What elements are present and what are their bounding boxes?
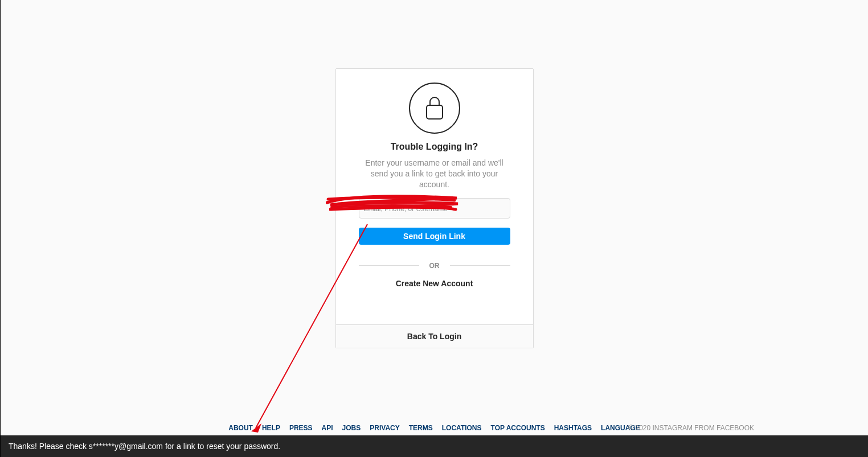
login-help-card: Trouble Logging In? Enter your username …	[335, 68, 534, 348]
footer-link-jobs[interactable]: JOBS	[342, 424, 361, 432]
or-divider: OR	[359, 262, 510, 270]
footer-link-locations[interactable]: LOCATIONS	[442, 424, 482, 432]
footer: ABOUT HELP PRESS API JOBS PRIVACY TERMS …	[1, 421, 868, 435]
footer-link-top-accounts[interactable]: TOP ACCOUNTS	[491, 424, 545, 432]
toast-notification: Thanks! Please check s*******y@gmail.com…	[1, 435, 868, 457]
footer-link-privacy[interactable]: PRIVACY	[370, 424, 399, 432]
card-subtitle: Enter your username or email and we'll s…	[359, 158, 510, 190]
footer-copyright: © 2020 INSTAGRAM FROM FACEBOOK	[628, 424, 754, 432]
lock-icon	[409, 83, 460, 134]
send-login-link-button[interactable]: Send Login Link	[359, 228, 510, 245]
footer-link-help[interactable]: HELP	[262, 424, 280, 432]
footer-link-press[interactable]: PRESS	[289, 424, 313, 432]
back-to-login-button[interactable]: Back To Login	[336, 324, 533, 348]
footer-link-hashtags[interactable]: HASHTAGS	[554, 424, 592, 432]
card-title: Trouble Logging In?	[391, 142, 478, 152]
or-text: OR	[429, 262, 440, 270]
toast-message: Thanks! Please check s*******y@gmail.com…	[9, 442, 280, 451]
footer-link-api[interactable]: API	[322, 424, 333, 432]
footer-link-about[interactable]: ABOUT	[228, 424, 253, 432]
login-identifier-input[interactable]	[359, 198, 510, 219]
footer-link-terms[interactable]: TERMS	[409, 424, 433, 432]
footer-links: ABOUT HELP PRESS API JOBS PRIVACY TERMS …	[228, 424, 640, 432]
svg-rect-0	[427, 105, 443, 119]
create-new-account-link[interactable]: Create New Account	[396, 279, 473, 288]
